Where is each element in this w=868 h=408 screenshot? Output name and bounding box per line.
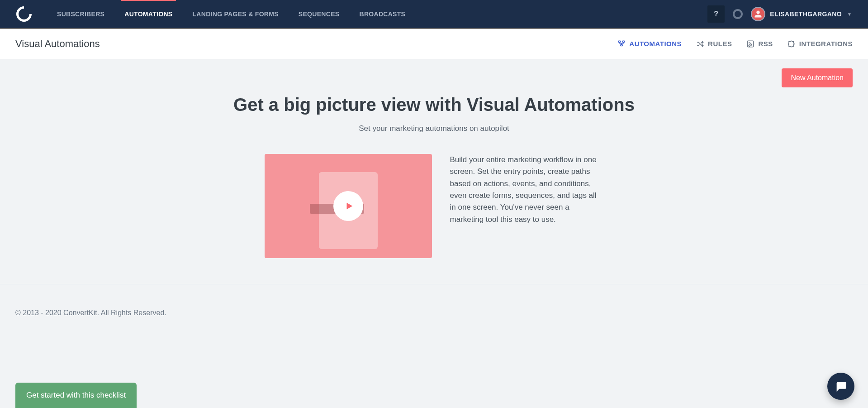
media-row: Build your entire marketing workflow in …	[15, 154, 853, 258]
hero-body-text: Build your entire marketing workflow in …	[450, 154, 604, 226]
rss-icon	[746, 40, 754, 48]
subheader: Visual Automations AUTOMATIONS RULES RSS…	[0, 29, 868, 59]
hero-subtitle: Set your marketing automations on autopi…	[15, 124, 853, 133]
chat-launcher[interactable]	[827, 373, 854, 400]
play-icon	[344, 201, 354, 211]
shuffle-icon	[696, 40, 704, 48]
top-nav: SUBSCRIBERS AUTOMATIONS LANDING PAGES & …	[0, 0, 868, 29]
hero-section: Get a big picture view with Visual Autom…	[15, 95, 853, 133]
status-indicator-icon[interactable]	[733, 9, 743, 19]
subnav-rss[interactable]: RSS	[746, 40, 773, 48]
logo-link[interactable]	[16, 6, 32, 22]
subnav-automations[interactable]: AUTOMATIONS	[617, 40, 682, 48]
action-row: New Automation	[15, 59, 853, 87]
primary-nav: SUBSCRIBERS AUTOMATIONS LANDING PAGES & …	[57, 0, 405, 28]
video-thumbnail[interactable]	[265, 154, 432, 258]
subnav-rules[interactable]: RULES	[696, 40, 732, 48]
copyright-text: © 2013 - 2020 ConvertKit. All Rights Res…	[15, 309, 853, 317]
nav-subscribers[interactable]: SUBSCRIBERS	[57, 0, 104, 28]
user-menu[interactable]: ELISABETHGARGANO ▼	[751, 7, 852, 21]
new-automation-button[interactable]: New Automation	[782, 68, 853, 87]
avatar	[751, 7, 765, 21]
svg-rect-2	[623, 41, 625, 42]
logo-icon	[16, 6, 32, 22]
user-name-label: ELISABETHGARGANO	[770, 10, 842, 18]
nav-landing-pages-forms[interactable]: LANDING PAGES & FORMS	[192, 0, 278, 28]
hero-title: Get a big picture view with Visual Autom…	[15, 95, 853, 115]
main-content: New Automation Get a big picture view wi…	[0, 59, 868, 258]
svg-rect-1	[619, 41, 621, 42]
subnav-item-label: RSS	[758, 40, 773, 48]
workflow-icon	[617, 40, 626, 48]
topbar-right-group: ? ELISABETHGARGANO ▼	[707, 5, 852, 23]
svg-rect-4	[748, 41, 754, 47]
puzzle-icon	[787, 40, 796, 48]
nav-automations[interactable]: AUTOMATIONS	[124, 0, 172, 28]
footer: © 2013 - 2020 ConvertKit. All Rights Res…	[0, 284, 868, 317]
nav-sequences[interactable]: SEQUENCES	[299, 0, 340, 28]
play-button[interactable]	[333, 191, 363, 221]
page-title: Visual Automations	[15, 38, 100, 50]
checklist-button[interactable]: Get started with this checklist	[15, 383, 137, 408]
subnav: AUTOMATIONS RULES RSS INTEGRATIONS	[617, 40, 853, 48]
person-icon	[754, 10, 762, 18]
chat-icon	[835, 380, 847, 393]
subnav-item-label: RULES	[708, 40, 732, 48]
chevron-down-icon: ▼	[847, 12, 852, 17]
help-button[interactable]: ?	[707, 5, 725, 23]
nav-broadcasts[interactable]: BROADCASTS	[359, 0, 405, 28]
subnav-item-label: AUTOMATIONS	[629, 40, 682, 48]
subnav-item-label: INTEGRATIONS	[799, 40, 853, 48]
subnav-integrations[interactable]: INTEGRATIONS	[787, 40, 853, 48]
svg-rect-3	[621, 44, 623, 46]
